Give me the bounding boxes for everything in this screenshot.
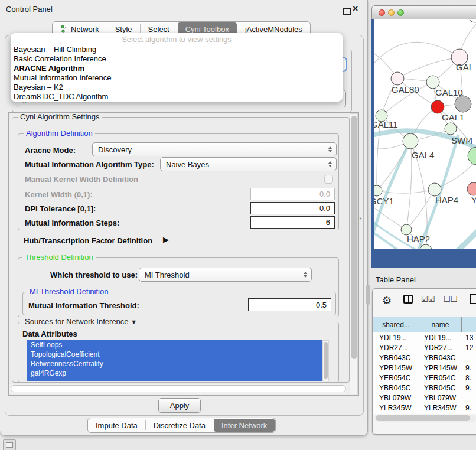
aracne-mode-value: Discovery bbox=[98, 145, 132, 154]
network-node[interactable] bbox=[391, 72, 404, 85]
network-node[interactable] bbox=[431, 100, 444, 113]
table-cell: 9. bbox=[462, 404, 471, 412]
checked-columns-icon[interactable]: ☑☑ bbox=[421, 295, 435, 304]
table-row[interactable]: YBR043CYBR043C bbox=[373, 353, 476, 363]
network-edge[interactable] bbox=[397, 57, 459, 79]
network-edge[interactable] bbox=[374, 231, 400, 249]
network-node[interactable] bbox=[428, 183, 441, 196]
dropdown-item[interactable]: Basic Correlation Inference bbox=[11, 54, 343, 64]
collapse-down-icon[interactable]: ▼ bbox=[131, 318, 137, 325]
minimize-traffic-light[interactable] bbox=[388, 9, 395, 16]
tab-impute-data[interactable]: Impute Data bbox=[88, 418, 145, 432]
table-cell: YIL052C bbox=[419, 414, 462, 415]
stepper-arrows-icon bbox=[304, 272, 307, 278]
network-node[interactable] bbox=[445, 123, 457, 135]
gear-icon[interactable]: ⚙ bbox=[382, 294, 392, 307]
float-window-icon[interactable] bbox=[343, 8, 351, 15]
table-cell: 12 bbox=[462, 344, 473, 352]
table-row[interactable]: YER054CYER054C8. bbox=[373, 373, 476, 383]
data-attribute-item[interactable]: gal4RGexp bbox=[27, 369, 322, 378]
zoom-traffic-light[interactable] bbox=[397, 9, 404, 16]
table-cell: YPR145W bbox=[373, 364, 419, 372]
network-node[interactable] bbox=[468, 19, 476, 22]
data-attribute-item[interactable]: SelfLoops bbox=[27, 340, 322, 350]
stepper-arrows-icon bbox=[328, 161, 332, 167]
column-header[interactable]: shared... bbox=[373, 317, 419, 332]
column-header[interactable] bbox=[462, 317, 476, 332]
dropdown-item[interactable]: Bayesian – Hill Climbing bbox=[11, 45, 343, 54]
minimized-panel-icon[interactable] bbox=[3, 439, 16, 450]
aracne-mode-label: Aracne Mode: bbox=[25, 146, 76, 155]
table-cell: YBR043C bbox=[419, 354, 462, 362]
side-scrollbar-thumb[interactable] bbox=[366, 285, 370, 305]
network-window-frame: GALGAL80GAL10GAL1GAL11SWI4GAL4GCY1HAP4YH… bbox=[371, 19, 476, 268]
table-cell: YPR145W bbox=[419, 364, 462, 372]
data-attribute-item[interactable]: TopologicalCoefficient bbox=[27, 350, 322, 359]
network-node-label: Y bbox=[471, 195, 476, 205]
close-traffic-light[interactable] bbox=[379, 9, 385, 16]
table-cell: YBR045C bbox=[419, 384, 462, 392]
mi-steps-field[interactable]: 6 bbox=[250, 216, 335, 229]
unchecked-columns-icon[interactable]: ☐☐ bbox=[444, 295, 457, 304]
network-node[interactable] bbox=[455, 96, 471, 112]
control-panel-window: Control Panel × Network Style Select Cyn… bbox=[0, 0, 368, 436]
dropdown-item[interactable]: Dream8 DC_TDC Algorithm bbox=[11, 92, 343, 102]
table-cell: YDR27... bbox=[419, 344, 462, 352]
stepper-arrows-icon bbox=[328, 146, 332, 152]
table-row[interactable]: YPR145WYPR145W9. bbox=[373, 363, 476, 373]
table-row[interactable]: YLR345WYLR345W9. bbox=[373, 403, 476, 413]
expand-right-icon[interactable]: ▶ bbox=[163, 235, 169, 244]
network-node-label: GAL bbox=[456, 62, 474, 72]
close-icon[interactable]: × bbox=[353, 4, 358, 14]
kernel-width-field[interactable]: 0.0 bbox=[250, 188, 335, 200]
table-cell: 13 bbox=[462, 334, 473, 342]
network-node[interactable] bbox=[426, 76, 439, 89]
which-threshold-label: Which threshold to use: bbox=[50, 270, 138, 279]
network-edge[interactable] bbox=[374, 42, 459, 65]
dropdown-item[interactable]: Mutual Information Inference bbox=[11, 73, 343, 83]
network-canvas[interactable]: GALGAL80GAL10GAL1GAL11SWI4GAL4GCY1HAP4YH… bbox=[374, 19, 476, 249]
columns-icon[interactable] bbox=[403, 295, 413, 304]
network-node-label: SWI4 bbox=[451, 135, 473, 145]
table-body: YDL19...YDL19...13YDR27...YDR27...12YBR0… bbox=[373, 332, 476, 414]
dropdown-item[interactable]: ARACNE Algorithm bbox=[11, 64, 343, 73]
dropdown-item[interactable]: Bayesian – K2 bbox=[11, 83, 343, 92]
table-row[interactable]: YDL19...YDL19...13 bbox=[373, 332, 476, 343]
tab-infer-network[interactable]: Infer Network bbox=[214, 419, 275, 432]
table-horizontal-scrollbar[interactable] bbox=[374, 415, 476, 422]
algorithm-dropdown-panel: Select algorithm to view settings Bayesi… bbox=[11, 33, 343, 102]
settings-vertical-scrollbar[interactable] bbox=[350, 113, 358, 394]
network-window-titlebar[interactable] bbox=[371, 5, 476, 19]
data-attribute-item[interactable]: BetweennessCentrality bbox=[27, 359, 322, 369]
network-node[interactable] bbox=[374, 185, 382, 196]
aracne-mode-combo[interactable]: Discovery bbox=[92, 142, 337, 156]
dpi-tolerance-field[interactable]: 0.0 bbox=[250, 202, 335, 214]
mi-threshold-field[interactable]: 0.5 bbox=[248, 298, 331, 311]
network-edge[interactable] bbox=[454, 230, 476, 249]
network-node[interactable] bbox=[468, 147, 476, 165]
table-row[interactable]: YBL079WYBL079W bbox=[373, 393, 476, 403]
network-node-label: GAL1 bbox=[442, 112, 464, 122]
kernel-width-label: Kernel Width (0,1): bbox=[25, 190, 93, 199]
table-row[interactable]: YBR045CYBR045C9. bbox=[373, 383, 476, 393]
column-header[interactable]: name bbox=[419, 317, 462, 332]
list-scrollbar[interactable] bbox=[322, 340, 329, 381]
network-edge[interactable] bbox=[406, 141, 412, 230]
new-table-icon[interactable] bbox=[470, 294, 476, 304]
settings-horizontal-scrollbar[interactable] bbox=[9, 384, 348, 394]
splitter-arrow-icon[interactable]: ▸ bbox=[360, 216, 362, 221]
sources-title: Sources for Network Inference ▼ bbox=[22, 318, 139, 326]
network-node[interactable] bbox=[467, 182, 476, 195]
table-row[interactable]: YIL052CYIL052C9 bbox=[373, 413, 476, 414]
tab-discretize-data[interactable]: Discretize Data bbox=[146, 418, 213, 432]
mi-type-combo[interactable]: Naive Bayes bbox=[160, 157, 337, 171]
table-row[interactable]: YDR27...YDR27...12 bbox=[373, 343, 476, 353]
data-attributes-list[interactable]: SelfLoopsTopologicalCoefficientBetweenne… bbox=[27, 340, 322, 381]
apply-button[interactable]: Apply bbox=[158, 398, 201, 413]
algorithm-definition-title: Algorithm Definition bbox=[24, 129, 95, 138]
network-node-label: GCY1 bbox=[374, 196, 394, 206]
manual-kernel-checkbox[interactable] bbox=[324, 175, 333, 184]
network-node[interactable] bbox=[403, 133, 418, 149]
table-cell: YDL19... bbox=[373, 334, 419, 342]
which-threshold-combo[interactable]: MI Threshold bbox=[139, 268, 312, 282]
